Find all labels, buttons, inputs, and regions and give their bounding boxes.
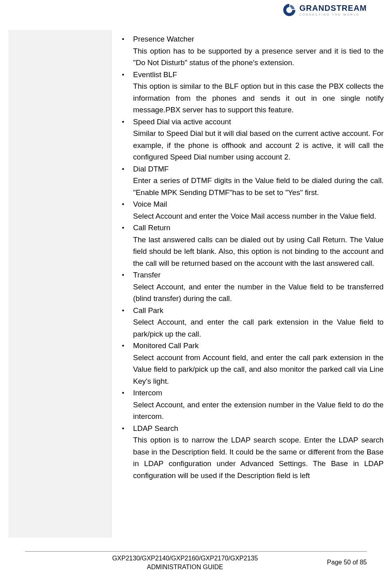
logo-text-block: GRANDSTREAM CONNECTING THE WORLD — [299, 4, 367, 16]
option-title: Presence Watcher — [133, 33, 384, 45]
list-item: LDAP Search This option is to narrow the… — [120, 423, 384, 482]
option-title: Intercom — [133, 387, 384, 399]
option-description: Select Account and enter the Voice Mail … — [133, 210, 384, 222]
option-description: This option has to be supported by a pre… — [133, 45, 384, 69]
list-item: Call Return The last answered calls can … — [120, 222, 384, 269]
option-description: Select account from Account field, and e… — [133, 352, 384, 387]
list-item: Call Park Select Account, and enter the … — [120, 305, 384, 340]
list-item: Transfer Select Account, and enter the n… — [120, 269, 384, 305]
list-item: Eventlist BLF This option is similar to … — [120, 69, 384, 116]
brand-logo: GRANDSTREAM CONNECTING THE WORLD — [282, 2, 367, 18]
list-item: Dial DTMF Enter a series of DTMF digits … — [120, 163, 384, 199]
list-item: Presence Watcher This option has to be s… — [120, 33, 384, 69]
option-description: Select Account, and enter the extension … — [133, 399, 384, 423]
option-description: This option is similar to the BLF option… — [133, 80, 384, 116]
list-item: Voice Mail Select Account and enter the … — [120, 198, 384, 222]
page-number: Page 50 of 85 — [327, 558, 367, 567]
list-item: Monitored Call Park Select account from … — [120, 340, 384, 387]
list-item: Intercom Select Account, and enter the e… — [120, 387, 384, 423]
footer-title: GXP2130/GXP2140/GXP2160/GXP2170/GXP2135 … — [65, 554, 305, 572]
logo-name: GRANDSTREAM — [299, 4, 367, 12]
option-description: Enter a series of DTMF digits in the Val… — [133, 175, 384, 198]
option-description: The last answered calls can be dialed ou… — [133, 234, 384, 269]
table-label-column — [8, 30, 111, 538]
option-title: Call Return — [133, 222, 384, 234]
option-description: This option is to narrow the LDAP search… — [133, 434, 384, 481]
footer-line2: ADMINISTRATION GUIDE — [147, 564, 223, 570]
option-description: Select Account, and enter the number in … — [133, 281, 384, 305]
option-title: Monitored Call Park — [133, 340, 384, 352]
page-footer: GXP2130/GXP2140/GXP2160/GXP2170/GXP2135 … — [25, 551, 367, 572]
option-title: Transfer — [133, 269, 384, 281]
options-list: Presence Watcher This option has to be s… — [120, 33, 384, 481]
list-item: Speed Dial via active account Similar to… — [120, 116, 384, 163]
footer-line1: GXP2130/GXP2140/GXP2160/GXP2170/GXP2135 — [112, 555, 258, 562]
option-description: Select Account, and enter the call park … — [133, 316, 384, 340]
content-area: Presence Watcher This option has to be s… — [8, 30, 384, 538]
page: GRANDSTREAM CONNECTING THE WORLD Presenc… — [0, 0, 392, 586]
option-title: Call Park — [133, 305, 384, 317]
option-title: Dial DTMF — [133, 163, 384, 175]
option-title: Eventlist BLF — [133, 69, 384, 81]
option-description: Similar to Speed Dial but it will dial b… — [133, 128, 384, 163]
grandstream-logo-icon — [282, 2, 297, 18]
logo-tagline: CONNECTING THE WORLD — [299, 13, 367, 16]
table-description-column: Presence Watcher This option has to be s… — [111, 30, 384, 538]
option-title: LDAP Search — [133, 423, 384, 435]
option-title: Speed Dial via active account — [133, 116, 384, 128]
option-title: Voice Mail — [133, 198, 384, 210]
